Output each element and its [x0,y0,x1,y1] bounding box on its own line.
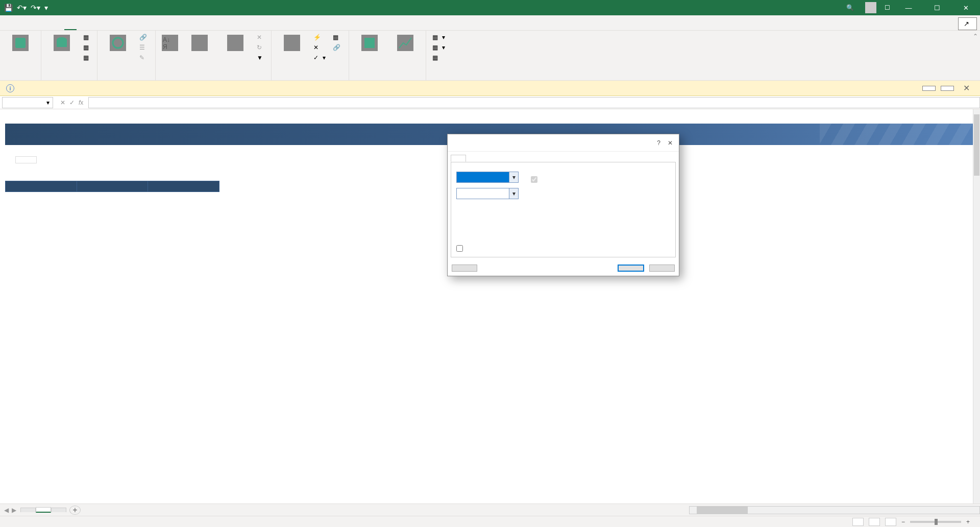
info-icon: i [6,84,14,92]
share-button[interactable]: ↗ [958,17,977,30]
sort-az-icon: A↓Я [162,35,178,51]
tab-review[interactable] [77,24,89,30]
svg-rect-2 [57,40,67,47]
new-query-button[interactable] [45,33,78,54]
connections-button[interactable]: 🔗 [137,33,151,42]
learn-more-button[interactable] [941,86,954,91]
chevron-down-icon[interactable]: ▾ [509,172,518,182]
vertical-scrollbar[interactable] [973,109,980,504]
recent-sources-button[interactable]: ▦ [81,53,93,62]
tab-acrobat[interactable] [113,24,126,30]
sheet-tab-bar: ◀▶ + [0,504,980,516]
get-genuine-button[interactable] [922,86,936,91]
tab-page-layout[interactable] [40,24,52,30]
group-label [353,78,422,79]
group-button[interactable]: ▦ ▾ [430,33,447,42]
spread-changes-checkbox[interactable] [456,245,670,252]
ribbon-tabs: ↗ [0,15,980,31]
minimize-button[interactable]: — [898,0,919,15]
text-to-columns-button[interactable] [276,33,308,54]
cancel-formula-icon[interactable]: ✕ [60,99,65,106]
horizontal-scrollbar[interactable] [689,506,980,514]
accept-formula-icon[interactable]: ✓ [69,99,75,106]
refresh-icon [110,35,126,51]
filter-icon [227,35,243,51]
value-select: ▾ [456,188,519,199]
zoom-out-button[interactable]: − [901,518,905,525]
group-label [45,78,93,79]
ignore-blanks-checkbox[interactable] [531,176,541,183]
help-icon[interactable]: ? [657,139,660,147]
show-queries-button[interactable]: ▦ [81,33,93,42]
clear-all-button[interactable] [452,265,477,272]
filter-button[interactable] [219,33,252,54]
close-button[interactable]: ✕ [955,0,976,15]
tab-file[interactable] [3,24,15,30]
ungroup-button[interactable]: ▦ ▾ [430,43,447,52]
subtotal-button[interactable]: ▦ [430,53,447,62]
view-break-button[interactable] [885,518,896,526]
dialog-close-icon[interactable]: ✕ [668,139,673,147]
advanced-filter-button[interactable]: ▼ [255,53,267,62]
sheet-tab-forecast[interactable] [36,507,51,513]
flash-fill-button[interactable]: ⚡ [311,33,328,42]
tab-insert[interactable] [28,24,40,30]
from-table-button[interactable]: ▦ [81,43,93,52]
name-box[interactable]: ▾ [2,97,53,108]
type-select[interactable]: ▾ [456,172,519,183]
tab-data[interactable] [64,23,77,30]
tab-nav[interactable]: ◀▶ [0,507,20,514]
dialog-tab-params[interactable] [451,155,466,162]
group-label [276,78,345,79]
zoom-in-button[interactable]: + [966,518,970,525]
sheet-tab-data[interactable] [20,508,36,512]
sort-az-button[interactable]: A↓Я [160,33,180,54]
save-icon[interactable]: 💾 [4,4,13,12]
tab-formulas[interactable] [52,24,64,30]
col-month [6,181,77,192]
redo-icon[interactable]: ↷▾ [31,4,40,12]
tab-home[interactable] [15,24,28,30]
user-account[interactable] [862,2,876,13]
col-cumulative [148,181,219,192]
consolidate-button[interactable]: ▦ [331,33,345,42]
view-layout-button[interactable] [869,518,880,526]
tab-view[interactable] [89,24,101,30]
data-validation-dialog: ? ✕ ▾ ▾ [447,134,679,276]
svg-rect-7 [287,38,291,48]
formula-input[interactable] [88,97,980,108]
collapse-ribbon-icon[interactable]: ⌃ [971,31,980,80]
qat-more-icon[interactable]: ▾ [44,4,48,12]
add-sheet-button[interactable]: + [69,506,81,515]
cancel-button[interactable] [649,265,675,272]
forecast-icon [397,35,413,51]
forecast-sheet-button[interactable] [389,33,422,54]
ok-button[interactable] [618,265,644,272]
remove-duplicates-button[interactable]: ✕ [311,43,328,52]
get-external-data-button[interactable] [4,33,37,54]
svg-rect-9 [364,38,375,48]
what-if-button[interactable] [353,33,386,54]
close-warning-icon[interactable]: ✕ [959,83,974,93]
chevron-down-icon[interactable]: ▾ [46,99,50,106]
refresh-all-button[interactable] [102,33,134,54]
dialog-tab-error[interactable] [481,155,497,162]
group-label [160,78,267,79]
sort-button[interactable] [183,33,216,54]
reapply-button: ↻ [255,43,267,52]
data-validation-button[interactable]: ✓ ▾ [311,53,328,62]
search-icon[interactable]: 🔍 [846,4,854,11]
undo-icon[interactable]: ↶▾ [17,4,27,12]
dialog-tab-input[interactable] [466,155,481,162]
maximize-button[interactable]: ☐ [927,0,947,15]
zoom-slider[interactable] [910,521,961,523]
relationships-button[interactable]: 🔗 [331,43,345,52]
view-normal-button[interactable] [852,518,864,526]
tab-help[interactable] [101,24,113,30]
start-month-value[interactable] [15,156,37,163]
group-label [102,78,151,79]
fx-icon[interactable]: fx [79,99,83,106]
ribbon-display-icon[interactable]: ☐ [885,4,890,11]
sheet-tab-lists[interactable] [51,508,66,512]
svg-text:Я: Я [163,43,167,51]
